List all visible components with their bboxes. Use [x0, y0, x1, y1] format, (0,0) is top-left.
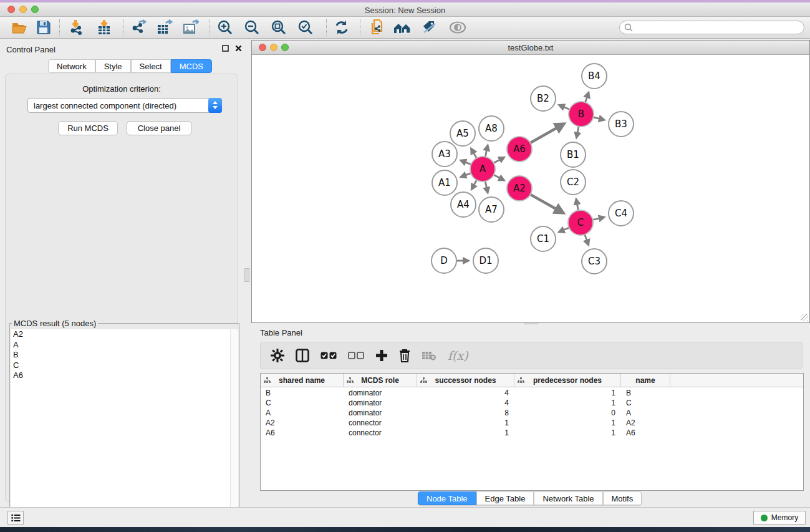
column-header-predecessor-nodes[interactable]: predecessor nodes	[514, 374, 621, 387]
table-cell[interactable]: A2	[621, 418, 670, 428]
table-cell[interactable]: 4	[417, 388, 514, 398]
criterion-dropdown[interactable]: largest connected component (directed)	[27, 98, 222, 113]
tab-motifs[interactable]: Motifs	[603, 491, 642, 505]
node-A2[interactable]: A2	[507, 176, 532, 201]
node-B4[interactable]: B4	[582, 64, 607, 89]
table-header-row[interactable]: shared name MCDS role successor nodes pr…	[261, 374, 803, 387]
table-row[interactable]: A2connector11A2	[261, 418, 803, 428]
node-D1[interactable]: D1	[473, 248, 498, 273]
result-item[interactable]: A	[11, 340, 238, 351]
node-B1[interactable]: B1	[561, 142, 586, 167]
table-cell[interactable]: 1	[514, 428, 621, 438]
table-row[interactable]: Cdominator41C	[261, 398, 803, 408]
table-cell[interactable]: A2	[261, 418, 344, 428]
node-A3[interactable]: A3	[432, 142, 457, 167]
result-item[interactable]: A2	[11, 329, 238, 340]
table-row[interactable]: Bdominator41B	[261, 388, 803, 398]
zoom-fit-icon[interactable]	[269, 19, 289, 36]
mcds-result-list[interactable]: A2ABCA6	[11, 329, 238, 532]
node-C4[interactable]: C4	[609, 201, 634, 226]
table-cell[interactable]: dominator	[344, 408, 417, 418]
app-titlebar[interactable]: Session: New Session	[0, 2, 810, 17]
column-header-name[interactable]: name	[621, 374, 670, 387]
table-cell[interactable]: B	[261, 388, 344, 398]
deselect-all-rows-icon[interactable]	[348, 352, 364, 360]
select-all-rows-icon[interactable]	[321, 352, 337, 360]
add-column-icon[interactable]	[375, 349, 388, 362]
import-network-icon[interactable]	[67, 19, 87, 36]
table-cell[interactable]: connector	[344, 428, 417, 438]
network-svg[interactable]: B4B2BB3A5A8A6B1A3AA1C2A2A4A7C4CC1DD1C3	[253, 56, 809, 322]
apply-layout-icon[interactable]	[332, 19, 352, 36]
table-row[interactable]: A6connector11A6	[261, 428, 803, 438]
column-header-shared-name[interactable]: shared name	[261, 374, 344, 387]
node-A4[interactable]: A4	[451, 192, 476, 217]
table-cell[interactable]: A6	[621, 428, 670, 438]
node-D[interactable]: D	[432, 248, 456, 273]
table-cell[interactable]: A	[261, 408, 344, 418]
table-cell[interactable]: connector	[344, 418, 417, 428]
node-C2[interactable]: C2	[561, 170, 586, 195]
node-table[interactable]: shared name MCDS role successor nodes pr…	[260, 373, 804, 491]
result-item[interactable]: A6	[11, 370, 238, 381]
node-B3[interactable]: B3	[609, 112, 634, 137]
settings-gear-icon[interactable]	[271, 349, 284, 362]
table-cell[interactable]: C	[621, 398, 670, 408]
tab-edge-table[interactable]: Edge Table	[476, 491, 534, 505]
node-A6[interactable]: A6	[507, 137, 532, 162]
close-panel-button[interactable]: Close panel	[127, 121, 191, 135]
node-C3[interactable]: C3	[582, 249, 607, 274]
export-network-icon[interactable]	[128, 19, 148, 36]
column-header-mcds-role[interactable]: MCDS role	[344, 374, 417, 387]
hide-labels-icon[interactable]	[420, 19, 440, 36]
clone-network-icon[interactable]	[368, 19, 388, 36]
node-A1[interactable]: A1	[432, 170, 457, 195]
node-C[interactable]: C	[568, 210, 593, 235]
result-item[interactable]: B	[11, 350, 238, 360]
tab-select[interactable]: Select	[131, 59, 171, 73]
table-cell[interactable]: dominator	[344, 398, 417, 408]
table-cell[interactable]: 8	[417, 408, 514, 418]
close-panel-icon[interactable]	[235, 45, 242, 52]
table-cell[interactable]: B	[621, 388, 670, 398]
window-resize-grip[interactable]	[801, 314, 808, 321]
table-cell[interactable]: 1	[514, 418, 621, 428]
network-home-icon[interactable]	[392, 19, 412, 36]
float-panel-icon[interactable]	[222, 45, 229, 52]
table-row[interactable]: Adominator80A	[261, 408, 803, 418]
table-cell[interactable]: A6	[261, 428, 344, 438]
tab-network[interactable]: Network	[48, 59, 95, 73]
table-cell[interactable]: 4	[417, 398, 514, 408]
memory-button[interactable]: Memory	[753, 511, 806, 525]
table-cell[interactable]: C	[261, 398, 344, 408]
zoom-out-icon[interactable]	[242, 19, 262, 36]
node-B[interactable]: B	[569, 102, 594, 127]
run-mcds-button[interactable]: Run MCDS	[58, 121, 118, 135]
node-A[interactable]: A	[470, 157, 495, 181]
table-cell[interactable]: 0	[514, 408, 621, 418]
tab-network-table[interactable]: Network Table	[534, 491, 602, 505]
delete-table-icon[interactable]	[422, 351, 436, 360]
node-A8[interactable]: A8	[479, 116, 504, 141]
node-C1[interactable]: C1	[531, 226, 556, 251]
tab-node-table[interactable]: Node Table	[418, 491, 476, 505]
import-table-icon[interactable]	[94, 19, 114, 36]
column-header-successor-nodes[interactable]: successor nodes	[417, 374, 514, 387]
column-selector-icon[interactable]	[296, 349, 309, 362]
table-cell[interactable]: dominator	[344, 388, 417, 398]
network-window-titlebar[interactable]: testGlobe.txt	[252, 41, 809, 55]
tab-style[interactable]: Style	[95, 59, 131, 73]
vertical-split-handle[interactable]	[244, 268, 249, 282]
table-cell[interactable]: 1	[514, 388, 621, 398]
panel-list-button[interactable]	[7, 511, 24, 525]
graphics-details-icon[interactable]	[448, 19, 468, 36]
result-item[interactable]: C	[11, 360, 238, 371]
export-image-icon[interactable]	[181, 19, 201, 36]
table-cell[interactable]: A	[621, 408, 670, 418]
export-table-icon[interactable]	[155, 19, 175, 36]
table-cell[interactable]: 1	[417, 428, 514, 438]
function-builder-icon[interactable]: f(x)	[448, 349, 468, 362]
open-session-icon[interactable]	[10, 19, 30, 36]
delete-column-icon[interactable]	[399, 349, 410, 362]
search-input[interactable]	[619, 21, 804, 34]
